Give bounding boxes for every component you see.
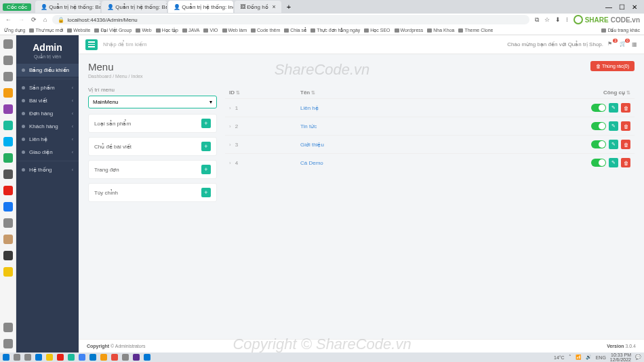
home-icon[interactable]: ⌂ (42, 16, 48, 23)
start-icon[interactable] (3, 354, 9, 361)
accordion-item[interactable]: Chủ đề bài viết+ (88, 137, 217, 156)
toggle-switch[interactable] (591, 140, 606, 148)
app-icon[interactable] (68, 354, 75, 361)
clock-time[interactable]: 10:33 PM (611, 353, 631, 357)
bookmark-item[interactable]: JAVA (182, 28, 199, 33)
sidebar-item-contact[interactable]: Liên hệ‹ (16, 133, 79, 146)
expand-icon[interactable]: › (229, 105, 231, 111)
tray-chevron-icon[interactable]: ˄ (569, 355, 571, 360)
delete-button[interactable]: 🗑 (621, 121, 630, 131)
xampp-icon[interactable] (111, 354, 118, 361)
sidebar-item-posts[interactable]: Bài viết‹ (16, 94, 79, 107)
reload-icon[interactable]: ⟳ (30, 16, 38, 23)
rail-google-icon[interactable] (3, 218, 13, 228)
explorer-icon[interactable] (35, 354, 42, 361)
rail-game-icon[interactable] (3, 251, 13, 260)
url-input[interactable]: 🔒 localhost:44336/Admin/Menu (52, 15, 529, 24)
row-link[interactable]: Tin tức (300, 123, 583, 129)
extension-icon[interactable]: ⧉ (534, 16, 540, 24)
edit-button[interactable]: ✎ (609, 140, 618, 149)
bookmark-item[interactable]: Thư mục mới (29, 28, 63, 33)
accordion-item[interactable]: Trang đơn+ (88, 160, 217, 179)
vscode-icon[interactable] (89, 354, 96, 361)
sort-icon[interactable]: ⇅ (311, 90, 315, 95)
row-link[interactable]: Giới thiệu (300, 142, 583, 148)
toggle-switch[interactable] (591, 122, 606, 130)
rail-history-icon[interactable] (3, 56, 13, 65)
add-button[interactable]: + (201, 119, 211, 128)
bookmark-item[interactable]: Web (136, 28, 151, 33)
rail-fire-icon[interactable] (3, 88, 13, 98)
accordion-item[interactable]: Loại sản phẩm+ (88, 114, 217, 133)
folder-icon[interactable] (46, 354, 53, 361)
sort-icon[interactable]: ⇅ (626, 90, 630, 95)
bookmark-item[interactable]: Chia sẻ (284, 28, 306, 33)
bookmark-item[interactable]: Wordpress (395, 28, 424, 33)
toggle-switch[interactable] (591, 159, 606, 167)
edit-button[interactable]: ✎ (609, 103, 618, 113)
menu-toggle-button[interactable] (85, 39, 98, 50)
sidebar-item-customers[interactable]: Khách hàng‹ (16, 120, 79, 133)
sublime-icon[interactable] (100, 354, 107, 361)
bookmark-item[interactable]: Học SEO (364, 28, 390, 33)
sidebar-item-dashboard[interactable]: Bảng điều khiển (16, 64, 79, 77)
rail-youtube-icon[interactable] (3, 186, 13, 195)
rail-messenger-icon[interactable] (3, 104, 13, 114)
bookmark-other[interactable]: Dấu trang khác (601, 28, 640, 33)
rail-home-icon[interactable] (3, 39, 13, 49)
rail-plus-icon[interactable] (3, 169, 13, 179)
wifi-icon[interactable]: 📶 (576, 355, 582, 360)
bookmark-item[interactable]: Code thêm (251, 28, 280, 33)
bookmark-item[interactable]: VIO (203, 28, 218, 33)
delete-button[interactable]: 🗑 (621, 103, 630, 113)
weather-widget[interactable]: 14°C (554, 355, 565, 360)
expand-icon[interactable]: › (229, 160, 231, 166)
star-icon[interactable]: ☆ (543, 16, 551, 24)
rail-facebook-icon[interactable] (3, 202, 13, 212)
sort-icon[interactable]: ⇅ (236, 90, 240, 95)
bookmark-item[interactable]: Theme Clone (458, 28, 493, 33)
row-link[interactable]: Liên hệ (300, 105, 583, 111)
bookmark-item[interactable]: Ứng dụng (4, 28, 25, 33)
menu-position-select[interactable]: MainMenu ▾ (88, 96, 217, 108)
bookmark-item[interactable]: Nha Khoa (427, 28, 454, 33)
add-button[interactable]: + (201, 188, 211, 197)
rail-settings-icon[interactable] (3, 339, 13, 348)
search-input[interactable]: Nhập để tìm kiếm (103, 41, 146, 47)
bookmark-item[interactable]: Đại Việt Group (94, 28, 132, 33)
bookmark-item[interactable]: Học tập (156, 28, 178, 33)
app-icon[interactable] (122, 354, 129, 361)
toggle-switch[interactable] (591, 104, 606, 112)
more-icon[interactable]: ⁝ (565, 16, 569, 24)
rail-xbox-icon[interactable] (3, 153, 13, 163)
close-icon[interactable]: × (273, 3, 276, 10)
download-icon[interactable]: ⬇ (554, 16, 562, 24)
browser-tab[interactable]: 👤 Quản trị hệ thống: Index× (168, 1, 233, 13)
edge-icon[interactable] (57, 354, 64, 361)
bookmark-item[interactable]: Web làm (222, 28, 247, 33)
accordion-item[interactable]: Tùy chỉnh+ (88, 183, 217, 202)
cart-icon[interactable]: 🛒0 (620, 41, 628, 49)
vs-icon[interactable] (133, 354, 140, 361)
maximize-icon[interactable]: ☐ (619, 3, 625, 11)
expand-icon[interactable]: › (229, 142, 231, 148)
add-button[interactable]: + (201, 142, 211, 151)
browser-tab[interactable]: 👤 Quản trị hệ thống: Bảng điề...× (102, 1, 167, 13)
grid-icon[interactable]: ▦ (632, 41, 637, 47)
close-window-icon[interactable]: ✕ (632, 3, 637, 11)
search-icon[interactable] (14, 354, 20, 361)
trash-button[interactable]: 🗑 Thùng rác(0) (590, 61, 635, 71)
chrome-icon[interactable] (79, 354, 85, 361)
rail-zalo-icon[interactable] (3, 121, 13, 130)
rail-misc-icon[interactable] (3, 235, 13, 244)
rail-skype-icon[interactable] (3, 137, 13, 146)
rail-cart-icon[interactable] (3, 267, 13, 277)
new-tab-button[interactable]: + (283, 3, 295, 11)
taskview-icon[interactable] (24, 354, 31, 361)
forward-icon[interactable]: → (17, 16, 26, 23)
browser-tab[interactable]: 🖼 Đồng hồ× (235, 1, 281, 13)
sidebar-item-system[interactable]: Hệ thống‹ (16, 163, 79, 176)
notifications-icon[interactable]: 💬 (635, 355, 641, 360)
rail-bell-icon[interactable] (3, 323, 13, 332)
delete-button[interactable]: 🗑 (621, 158, 630, 167)
